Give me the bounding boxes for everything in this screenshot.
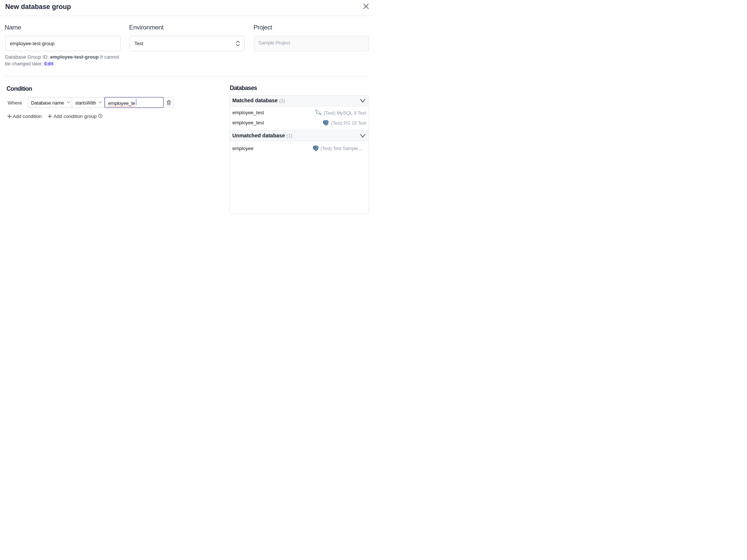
svg-text:?: ?: [100, 114, 101, 118]
